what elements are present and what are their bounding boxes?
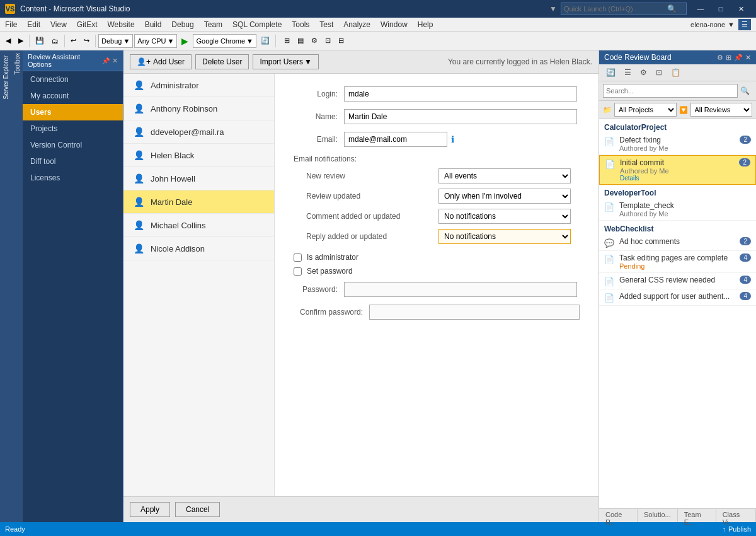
server-explorer-label[interactable]: Server Explorer: [1, 53, 11, 102]
crb-item-defect-fixing[interactable]: 📄 Defect fixing Authored by Me 2: [599, 133, 756, 155]
menu-gitext[interactable]: GitExt: [72, 18, 103, 31]
quick-launch[interactable]: 🔍: [561, 3, 687, 15]
crb-tab-class-view[interactable]: Class Vi...: [716, 509, 756, 522]
notif-reply-select[interactable]: All events Only when I'm involved No not…: [438, 229, 571, 244]
platform-dropdown[interactable]: Any CPU ▼: [134, 34, 177, 48]
crb-tab-team[interactable]: Team E...: [678, 509, 716, 522]
crb-gear-icon[interactable]: ⚙: [637, 66, 650, 79]
is-admin-label[interactable]: Is administrator: [307, 253, 358, 262]
user-item-ddeveloper[interactable]: 👤 ddeveloper@mail.ra: [123, 120, 274, 144]
crb-tab-code-review[interactable]: Code R...: [599, 509, 638, 522]
crb-copy-icon[interactable]: 📋: [668, 66, 684, 79]
undo-btn[interactable]: ↩: [67, 33, 79, 49]
delete-user-button[interactable]: Delete User: [195, 54, 249, 69]
crb-item-css-review[interactable]: 📄 General CSS review needed 4: [599, 273, 756, 289]
menu-build[interactable]: Build: [140, 18, 167, 31]
import-users-button[interactable]: Import Users ▼: [253, 54, 319, 69]
user-item-helen[interactable]: 👤 Helen Black: [123, 144, 274, 167]
set-password-checkbox[interactable]: [294, 267, 302, 276]
quick-launch-input[interactable]: [564, 5, 665, 13]
toolbar-extra-5[interactable]: ⊟: [335, 33, 347, 49]
ra-nav-connection[interactable]: Connection: [23, 71, 123, 88]
browser-dropdown[interactable]: Google Chrome ▼: [193, 34, 256, 48]
menu-test[interactable]: Test: [314, 18, 338, 31]
save-btn[interactable]: 💾: [32, 33, 47, 49]
run-btn[interactable]: ▶: [178, 33, 192, 49]
menu-window[interactable]: Window: [375, 18, 413, 31]
name-input[interactable]: [344, 109, 577, 124]
password-input[interactable]: [344, 282, 577, 297]
email-input[interactable]: [344, 132, 447, 147]
menu-tools[interactable]: Tools: [287, 18, 314, 31]
crb-item-template-check[interactable]: 📄 Template_check Authored by Me: [599, 199, 756, 221]
menu-analyze[interactable]: Analyze: [338, 18, 375, 31]
crb-reviews-filter[interactable]: All Reviews: [690, 103, 753, 117]
user-item-administrator[interactable]: 👤 Administrator: [123, 74, 274, 97]
close-button[interactable]: ✕: [731, 0, 751, 18]
email-info-icon[interactable]: ℹ: [451, 134, 454, 144]
toolbar-extra-3[interactable]: ⚙: [308, 33, 321, 49]
user-item-michael[interactable]: 👤 Michael Collins: [123, 214, 274, 237]
notif-review-updated-select[interactable]: All events Only when I'm involved No not…: [438, 189, 571, 204]
add-user-button[interactable]: 👤+ Add User: [130, 54, 192, 69]
ra-nav-projects[interactable]: Projects: [23, 120, 123, 137]
menu-sql-complete[interactable]: SQL Complete: [227, 18, 287, 31]
crb-item-task-editing[interactable]: 📄 Task editing pages are complete Pendin…: [599, 251, 756, 273]
maximize-button[interactable]: □: [711, 0, 731, 18]
crb-split-icon[interactable]: ⊞: [726, 54, 731, 62]
menu-team[interactable]: Team: [199, 18, 227, 31]
redo-btn[interactable]: ↪: [81, 33, 93, 49]
login-input[interactable]: [344, 86, 577, 102]
server-explorer-tab[interactable]: Server Explorer: [0, 50, 11, 522]
crb-pin-icon[interactable]: 📌: [734, 54, 743, 62]
back-btn[interactable]: ◀: [3, 33, 14, 49]
crb-item-initial-details[interactable]: Details: [620, 175, 734, 182]
menu-website[interactable]: Website: [103, 18, 140, 31]
toolbar-extra-1[interactable]: ⊞: [281, 33, 293, 49]
crb-projects-filter[interactable]: All Projects: [614, 103, 677, 117]
toolbox-tab[interactable]: Toolbox: [11, 50, 23, 522]
apply-button[interactable]: Apply: [130, 502, 170, 517]
user-item-anthony[interactable]: 👤 Anthony Robinson: [123, 97, 274, 120]
save-all-btn[interactable]: 🗂: [49, 33, 62, 49]
minimize-button[interactable]: —: [690, 0, 711, 18]
refresh-btn[interactable]: 🔄: [258, 33, 273, 49]
account-dropdown-icon[interactable]: ▼: [728, 21, 735, 28]
crb-item-initial-commit[interactable]: 📄 Initial commit Authored by Me Details …: [599, 155, 756, 185]
crb-view-icon[interactable]: ☰: [621, 66, 634, 79]
ra-nav-diff-tool[interactable]: Diff tool: [23, 153, 123, 170]
menu-view[interactable]: View: [45, 18, 72, 31]
is-admin-checkbox[interactable]: [294, 253, 302, 262]
ra-close-btn[interactable]: ✕: [112, 57, 118, 65]
user-item-john[interactable]: 👤 John Howell: [123, 167, 274, 190]
crb-search-icon[interactable]: 🔍: [738, 85, 752, 96]
toolbar-extra-4[interactable]: ⊡: [322, 33, 334, 49]
menu-edit[interactable]: Edit: [22, 18, 45, 31]
user-item-martin[interactable]: 👤 Martin Dale: [123, 190, 274, 214]
crb-refresh-icon[interactable]: 🔄: [603, 66, 619, 79]
menu-help[interactable]: Help: [413, 18, 438, 31]
set-password-label[interactable]: Set password: [307, 267, 353, 276]
ra-nav-users[interactable]: Users: [23, 104, 123, 120]
ra-nav-version-control[interactable]: Version Control: [23, 137, 123, 153]
ra-nav-my-account[interactable]: My account: [23, 88, 123, 104]
crb-item-added-support[interactable]: 📄 Added support for user authent... 4: [599, 289, 756, 306]
confirm-password-input[interactable]: [369, 305, 580, 320]
menu-debug[interactable]: Debug: [166, 18, 198, 31]
crb-close-icon[interactable]: ✕: [745, 54, 751, 62]
toolbox-label[interactable]: Toolbox: [13, 50, 22, 77]
user-item-nicole[interactable]: 👤 Nicole Addison: [123, 237, 274, 260]
crb-tab-solution[interactable]: Solutio...: [638, 509, 678, 522]
crb-item-adhoc[interactable]: 💬 Ad hoc comments 2: [599, 235, 756, 251]
forward-btn[interactable]: ▶: [15, 33, 26, 49]
toolbar-extra-2[interactable]: ▤: [294, 33, 307, 49]
notif-new-review-select[interactable]: All events Only when I'm involved No not…: [438, 168, 571, 184]
cancel-button[interactable]: Cancel: [175, 502, 220, 517]
ra-pin-icon[interactable]: 📌: [102, 57, 110, 64]
crb-settings-icon[interactable]: ⚙: [717, 54, 723, 62]
crb-search-input[interactable]: [603, 84, 738, 98]
ra-nav-licenses[interactable]: Licenses: [23, 170, 123, 186]
notif-comment-select[interactable]: All events Only when I'm involved No not…: [438, 209, 571, 224]
menu-file[interactable]: File: [0, 18, 22, 31]
crb-split2-icon[interactable]: ⊡: [653, 66, 665, 79]
